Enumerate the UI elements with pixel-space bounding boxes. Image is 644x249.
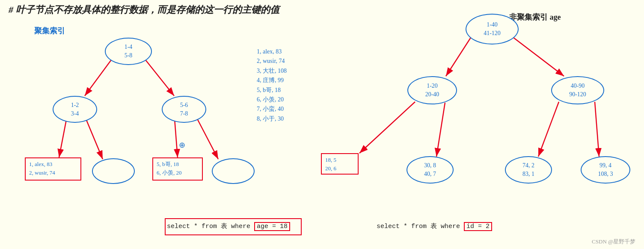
svg-line-1 (85, 60, 111, 96)
arrows-svg (0, 0, 644, 249)
crosshair-icon: ⊕ (179, 140, 185, 150)
page-title: # 叶子节点不存放具体的整行数据，而是存储的这一行的主键的值 (9, 3, 279, 16)
svg-line-6 (197, 118, 218, 159)
clustered-right: 5-6 7-8 (162, 96, 206, 123)
clustered-leaf2 (92, 158, 135, 184)
clustered-leaf3: 5, b哥, 18 6, 小羡, 20 (152, 157, 203, 181)
data-table: 1, alex, 83 2, wusir, 74 3, 大壮, 108 4, 庄… (257, 47, 287, 124)
nonclustered-leaf3: 74, 2 83, 1 (505, 156, 552, 184)
watermark: CSDN @星野千梦 (592, 238, 635, 246)
nonclustered-leaf4: 99, 4 108, 3 (581, 156, 630, 184)
svg-line-9 (359, 102, 415, 153)
svg-line-12 (595, 102, 599, 157)
svg-line-2 (145, 60, 174, 96)
nonclustered-root: 1-40 41-120 (466, 14, 519, 44)
label-nonclustered: 非聚集索引 age (509, 12, 561, 22)
svg-line-4 (86, 118, 103, 159)
query2-highlight: id = 2 (464, 222, 492, 231)
nonclustered-leaf2: 30, 8 40, 7 (407, 156, 454, 184)
nonclustered-right: 40-90 90-120 (551, 76, 604, 104)
nonclustered-left: 1-20 20-40 (407, 76, 457, 104)
query1-box (165, 218, 302, 235)
label-clustered: 聚集索引 (34, 26, 65, 36)
svg-line-7 (446, 38, 471, 76)
svg-line-5 (175, 119, 178, 157)
svg-line-8 (513, 38, 564, 76)
svg-line-11 (538, 102, 559, 157)
query2-text: select * from 表 where id = 2 (377, 222, 492, 231)
clustered-root: 1-4 5-8 (105, 38, 152, 65)
svg-line-3 (59, 120, 66, 157)
clustered-leaf1: 1, alex, 83 2, wusir, 74 (25, 157, 81, 181)
clustered-left: 1-2 3-4 (53, 96, 97, 123)
nonclustered-leaf1: 18, 5 20, 6 (321, 153, 359, 175)
main-container: # 叶子节点不存放具体的整行数据，而是存储的这一行的主键的值 聚集索引 非聚集索… (0, 0, 644, 249)
title-hash: # 叶子节点不存放具体的整行数据，而是存储的这一行的主键的值 (9, 4, 279, 15)
clustered-leaf4 (212, 158, 255, 184)
svg-line-10 (436, 103, 445, 157)
